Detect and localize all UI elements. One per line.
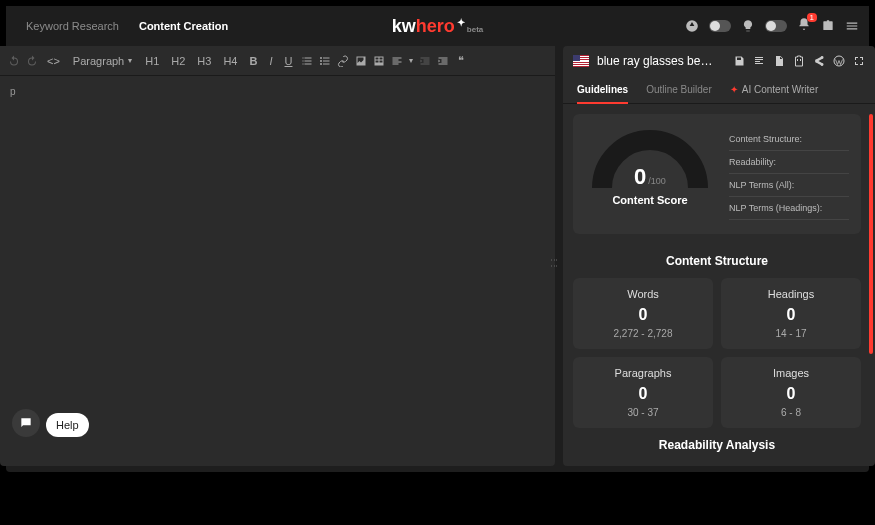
code-button[interactable]: <>	[44, 53, 63, 69]
align-left-icon[interactable]	[391, 55, 403, 67]
tab-ai-content-writer[interactable]: ✦ AI Content Writer	[730, 76, 819, 103]
nav-content-creation[interactable]: Content Creation	[129, 14, 238, 38]
table-icon[interactable]	[373, 55, 385, 67]
stat-images-range: 6 - 8	[731, 407, 851, 418]
tab-ai-label: AI Content Writer	[742, 84, 819, 95]
stat-headings-value: 0	[731, 306, 851, 324]
chat-icon	[19, 416, 33, 430]
redo-icon[interactable]	[26, 55, 38, 67]
stat-paragraphs-value: 0	[583, 385, 703, 403]
topbar: Keyword Research Content Creation kwhero…	[6, 6, 869, 46]
stat-headings-title: Headings	[731, 288, 851, 300]
stat-images-value: 0	[731, 385, 851, 403]
clipboard-icon[interactable]	[793, 55, 805, 67]
score-section: 0/100 Content Score Content Structure: R…	[573, 114, 861, 234]
expand-icon[interactable]	[853, 55, 865, 67]
notifications-button[interactable]: 1	[797, 17, 811, 35]
indent-icon[interactable]	[437, 55, 449, 67]
nav-keyword-research[interactable]: Keyword Research	[16, 14, 129, 38]
document-title[interactable]: blue ray glasses be…	[597, 54, 712, 68]
stat-words-value: 0	[583, 306, 703, 324]
stat-paragraphs: Paragraphs 0 30 - 37	[573, 357, 713, 428]
resize-handle[interactable]: ⋮⋮	[555, 256, 559, 286]
ordered-list-icon[interactable]	[301, 55, 313, 67]
editor-panel: <> Paragraph ▾ H1 H2 H3 H4 B I U ▾	[0, 46, 555, 466]
stat-images-title: Images	[731, 367, 851, 379]
logo[interactable]: kwhero✦ beta	[392, 16, 483, 37]
h3-button[interactable]: H3	[194, 53, 214, 69]
editor-placeholder: p	[10, 86, 16, 97]
wordpress-icon[interactable]	[833, 55, 845, 67]
svg-point-1	[320, 60, 322, 62]
logo-part2: hero	[416, 16, 455, 37]
editor-body[interactable]: p ⋮⋮	[0, 76, 555, 466]
bulb-icon[interactable]	[741, 19, 755, 33]
stat-headings-range: 14 - 17	[731, 328, 851, 339]
unordered-list-icon[interactable]	[319, 55, 331, 67]
briefcase-icon[interactable]	[821, 19, 835, 33]
notification-badge: 1	[807, 13, 817, 22]
ai-spark-icon: ✦	[730, 84, 738, 95]
stat-paragraphs-range: 30 - 37	[583, 407, 703, 418]
h4-button[interactable]: H4	[220, 53, 240, 69]
link-icon[interactable]	[337, 55, 349, 67]
metric-nlp-all: NLP Terms (All):	[729, 174, 849, 197]
editor-toolbar: <> Paragraph ▾ H1 H2 H3 H4 B I U ▾	[0, 46, 555, 76]
score-max: /100	[648, 176, 666, 186]
toggle-2[interactable]	[765, 20, 787, 32]
document-icon[interactable]	[773, 55, 785, 67]
stat-images: Images 0 6 - 8	[721, 357, 861, 428]
gauge-icon[interactable]	[685, 19, 699, 33]
metric-content-structure: Content Structure:	[729, 128, 849, 151]
chat-button[interactable]	[12, 409, 40, 437]
toggle-1[interactable]	[709, 20, 731, 32]
menu-icon[interactable]	[845, 19, 859, 33]
logo-beta: beta	[467, 25, 483, 34]
h2-button[interactable]: H2	[168, 53, 188, 69]
save-icon[interactable]	[733, 55, 745, 67]
notes-icon[interactable]	[753, 55, 765, 67]
section-content-structure: Content Structure	[573, 244, 861, 278]
image-icon[interactable]	[355, 55, 367, 67]
stat-words: Words 0 2,272 - 2,728	[573, 278, 713, 349]
us-flag-icon	[573, 55, 589, 67]
paragraph-label: Paragraph	[73, 55, 124, 67]
help-button[interactable]: Help	[46, 413, 89, 437]
score-label: Content Score	[585, 194, 715, 206]
stat-words-title: Words	[583, 288, 703, 300]
paragraph-select[interactable]: Paragraph ▾	[69, 53, 136, 69]
metric-nlp-headings: NLP Terms (Headings):	[729, 197, 849, 220]
bold-button[interactable]: B	[246, 53, 260, 69]
score-value: 0	[634, 164, 646, 189]
quote-button[interactable]: ❝	[455, 52, 467, 69]
tab-guidelines[interactable]: Guidelines	[577, 76, 628, 103]
svg-point-2	[320, 63, 322, 65]
guidelines-scroll[interactable]: 0/100 Content Score Content Structure: R…	[563, 104, 875, 466]
h1-button[interactable]: H1	[142, 53, 162, 69]
metric-readability: Readability:	[729, 151, 849, 174]
logo-part1: kw	[392, 16, 416, 37]
outdent-icon[interactable]	[419, 55, 431, 67]
tab-outline-builder[interactable]: Outline Builder	[646, 76, 712, 103]
align-chevron-icon[interactable]: ▾	[409, 56, 413, 65]
share-icon[interactable]	[813, 55, 825, 67]
stat-paragraphs-title: Paragraphs	[583, 367, 703, 379]
content-score-gauge: 0/100	[590, 128, 710, 190]
logo-spark-icon: ✦	[457, 17, 465, 28]
stat-headings: Headings 0 14 - 17	[721, 278, 861, 349]
svg-point-0	[320, 57, 322, 59]
chevron-down-icon: ▾	[128, 56, 132, 65]
undo-icon[interactable]	[8, 55, 20, 67]
italic-button[interactable]: I	[266, 53, 275, 69]
scrollbar[interactable]	[869, 114, 873, 354]
right-panel: blue ray glasses be… Guidelines Outline …	[563, 46, 875, 466]
side-tabs: Guidelines Outline Builder ✦ AI Content …	[563, 76, 875, 104]
stat-words-range: 2,272 - 2,728	[583, 328, 703, 339]
underline-button[interactable]: U	[282, 53, 296, 69]
section-readability-analysis: Readability Analysis	[573, 428, 861, 462]
